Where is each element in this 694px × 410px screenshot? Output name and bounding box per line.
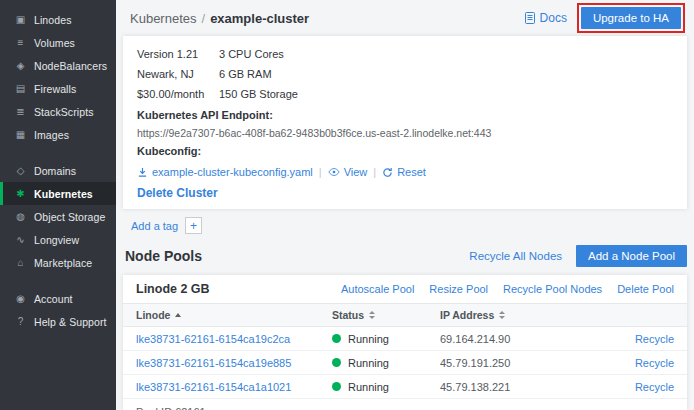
eye-icon xyxy=(328,167,340,177)
stackscripts-icon: ≣ xyxy=(13,106,28,117)
node-link[interactable]: lke38731-62161-6154ca19e885 xyxy=(136,357,332,369)
breadcrumb-separator: / xyxy=(202,11,206,26)
sidebar-item-label: NodeBalancers xyxy=(34,60,107,72)
kubeconfig-download-link[interactable]: example-cluster-kubeconfig.yaml xyxy=(137,164,313,180)
status-cell: Running xyxy=(332,381,440,393)
node-pools-actions: Recycle All Nodes Add a Node Pool xyxy=(469,245,687,267)
sidebar-item-stackscripts[interactable]: ≣ StackScripts xyxy=(0,100,116,123)
breadcrumb: Kubernetes/example-cluster xyxy=(130,11,309,26)
pool-actions: Autoscale Pool Resize Pool Recycle Pool … xyxy=(341,283,674,295)
sidebar-item-label: Kubernetes xyxy=(34,188,93,200)
docs-label: Docs xyxy=(540,11,567,25)
main-content: Kubernetes/example-cluster Docs Upgrade … xyxy=(116,0,694,410)
help-icon: ? xyxy=(13,316,28,327)
sidebar-item-label: Linodes xyxy=(34,14,71,26)
cluster-summary-card: Version 1.21 3 CPU Cores Newark, NJ 6 GB… xyxy=(123,36,687,209)
upgrade-to-ha-button[interactable]: Upgrade to HA xyxy=(581,7,681,29)
app-window: ▣ Linodes ≡ Volumes ◈ NodeBalancers ▤ Fi… xyxy=(0,0,694,410)
table-row: lke38731-62161-6154ca19c2ca Running 69.1… xyxy=(123,327,687,351)
sidebar-item-label: Volumes xyxy=(34,37,75,49)
api-endpoint-value: https://9e2a7307-b6ac-408f-ba62-9483b0b3… xyxy=(137,126,673,140)
sidebar-item-label: Domains xyxy=(34,165,76,177)
docs-icon xyxy=(525,12,535,24)
sidebar-item-object-storage[interactable]: ◍ Object Storage xyxy=(0,205,116,228)
column-header-linode[interactable]: Linode xyxy=(136,309,332,321)
sidebar-item-label: Help & Support xyxy=(34,316,107,328)
spec-ram: 6 GB RAM xyxy=(219,64,673,84)
status-cell: Running xyxy=(332,333,440,345)
recycle-all-nodes-link[interactable]: Recycle All Nodes xyxy=(469,250,562,262)
sidebar-item-label: Images xyxy=(34,129,69,141)
delete-cluster-link[interactable]: Delete Cluster xyxy=(137,186,218,200)
add-tag-label[interactable]: Add a tag xyxy=(131,220,178,232)
kubernetes-icon: ✱ xyxy=(13,188,28,199)
download-icon xyxy=(137,167,148,178)
sidebar-item-domains[interactable]: ◇ Domains xyxy=(0,159,116,182)
sidebar-item-label: Firewalls xyxy=(34,83,76,95)
sidebar-item-nodebalancers[interactable]: ◈ NodeBalancers xyxy=(0,54,116,77)
status-running-icon xyxy=(332,358,341,367)
sidebar-item-marketplace[interactable]: ⌂ Marketplace xyxy=(0,251,116,274)
breadcrumb-root[interactable]: Kubernetes xyxy=(130,11,197,26)
cluster-specs: Version 1.21 3 CPU Cores Newark, NJ 6 GB… xyxy=(137,44,673,104)
kubeconfig-reset-link[interactable]: Reset xyxy=(382,164,426,180)
volumes-icon: ≡ xyxy=(13,37,28,48)
sidebar-item-longview[interactable]: ∿ Longview xyxy=(0,228,116,251)
sidebar-item-kubernetes[interactable]: ✱ Kubernetes xyxy=(0,182,116,205)
column-header-status[interactable]: Status xyxy=(332,309,440,321)
spec-cpu: 3 CPU Cores xyxy=(219,44,673,64)
status-label: Running xyxy=(348,333,389,345)
ip-address: 45.79.138.221 xyxy=(440,381,612,393)
add-tag-row: Add a tag + xyxy=(131,217,687,234)
sidebar-item-volumes[interactable]: ≡ Volumes xyxy=(0,31,116,54)
kubeconfig-view-link[interactable]: View xyxy=(328,164,368,180)
sidebar-group-account: ◉ Account ? Help & Support xyxy=(0,287,116,333)
spec-version: Version 1.21 xyxy=(137,44,219,64)
sidebar-item-images[interactable]: ▦ Images xyxy=(0,123,116,146)
breadcrumb-current: example-cluster xyxy=(210,11,309,26)
sidebar-item-account[interactable]: ◉ Account xyxy=(0,287,116,310)
table-row: lke38731-62161-6154ca19e885 Running 45.7… xyxy=(123,351,687,375)
pool-name: Linode 2 GB xyxy=(136,282,210,296)
node-link[interactable]: lke38731-62161-6154ca19c2ca xyxy=(136,333,332,345)
status-cell: Running xyxy=(332,357,440,369)
domains-icon: ◇ xyxy=(13,165,28,176)
firewalls-icon: ▤ xyxy=(13,83,28,94)
node-pools-header: Node Pools Recycle All Nodes Add a Node … xyxy=(123,242,687,269)
account-icon: ◉ xyxy=(13,293,28,304)
sidebar-item-firewalls[interactable]: ▤ Firewalls xyxy=(0,77,116,100)
linodes-icon: ▣ xyxy=(13,14,28,25)
status-label: Running xyxy=(348,381,389,393)
resize-pool-link[interactable]: Resize Pool xyxy=(429,283,488,295)
node-link[interactable]: lke38731-62161-6154ca1a1021 xyxy=(136,381,332,393)
recycle-node-link[interactable]: Recycle xyxy=(635,381,674,393)
view-label: View xyxy=(344,164,368,180)
reset-label: Reset xyxy=(397,164,426,180)
add-tag-button[interactable]: + xyxy=(185,217,202,234)
pool-table-header: Linode Status IP Address xyxy=(123,303,687,327)
longview-icon: ∿ xyxy=(13,234,28,245)
sidebar-item-label: Longview xyxy=(34,234,79,246)
column-header-ip[interactable]: IP Address xyxy=(440,309,612,321)
api-endpoint-label: Kubernetes API Endpoint: xyxy=(137,108,673,123)
sidebar-item-label: StackScripts xyxy=(34,106,94,118)
sidebar-item-linodes[interactable]: ▣ Linodes xyxy=(0,8,116,31)
node-pools-title: Node Pools xyxy=(125,248,202,264)
docs-link[interactable]: Docs xyxy=(525,11,567,25)
sidebar-item-label: Marketplace xyxy=(34,257,92,269)
sidebar-item-label: Object Storage xyxy=(34,211,105,223)
add-node-pool-button[interactable]: Add a Node Pool xyxy=(576,245,687,267)
status-running-icon xyxy=(332,382,341,391)
autoscale-pool-link[interactable]: Autoscale Pool xyxy=(341,283,414,295)
column-label: Status xyxy=(332,309,364,321)
kubeconfig-filename: example-cluster-kubeconfig.yaml xyxy=(152,164,313,180)
kubeconfig-actions: example-cluster-kubeconfig.yaml | View |… xyxy=(137,164,673,180)
recycle-node-link[interactable]: Recycle xyxy=(635,333,674,345)
sidebar-item-help-support[interactable]: ? Help & Support xyxy=(0,310,116,333)
sidebar-group-compute: ▣ Linodes ≡ Volumes ◈ NodeBalancers ▤ Fi… xyxy=(0,8,116,146)
spec-price: $30.00/month xyxy=(137,84,219,104)
delete-pool-link[interactable]: Delete Pool xyxy=(617,283,674,295)
recycle-node-link[interactable]: Recycle xyxy=(635,357,674,369)
recycle-pool-nodes-link[interactable]: Recycle Pool Nodes xyxy=(503,283,602,295)
spec-region: Newark, NJ xyxy=(137,64,219,84)
